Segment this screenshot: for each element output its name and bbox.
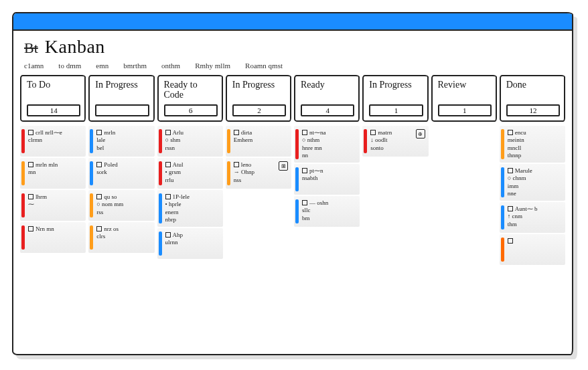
column-header[interactable]: In Progress2: [226, 75, 291, 122]
checkbox-icon[interactable]: [508, 168, 513, 173]
crumb-item[interactable]: Roamn qmst: [245, 62, 283, 70]
kanban-card[interactable]: Marule ○ chnm imm nne: [500, 164, 565, 201]
kanban-card[interactable]: Poled sork: [88, 158, 154, 189]
column-header[interactable]: To Do14: [20, 75, 86, 122]
column-title: Ready to Code: [164, 80, 218, 100]
kanban-card[interactable]: Arlu ○ shm rssn: [157, 126, 223, 157]
kanban-card[interactable]: Atul • grsm rrlu: [157, 158, 223, 189]
kanban-card[interactable]: — oshn sllc bm: [294, 196, 360, 227]
column-title: Review: [438, 80, 492, 90]
kanban-card[interactable]: crll nrll⁓e clrmn: [20, 126, 86, 157]
checkbox-icon[interactable]: [96, 226, 102, 232]
card-badge-icon[interactable]: ⊞: [279, 161, 288, 171]
checkbox-icon[interactable]: [28, 194, 33, 199]
checkbox-icon[interactable]: [508, 238, 513, 244]
kanban-card[interactable]: leno → Ohnp nss⊞: [226, 158, 291, 189]
card-body: pt⁓n nsabth: [302, 167, 356, 191]
card-stripe: [501, 167, 504, 197]
card-body: Nrn mn: [28, 225, 82, 250]
crumb-item[interactable]: c1amn: [24, 62, 44, 70]
column-header[interactable]: In Progress: [88, 75, 154, 122]
kanban-card[interactable]: Ahp ulrnn: [157, 228, 223, 259]
kanban-card[interactable]: Aunt⁓ b ↑ cnm thm: [500, 202, 565, 233]
checkbox-icon[interactable]: [508, 206, 513, 211]
card-stripe: [364, 129, 367, 153]
kanban-card[interactable]: qu so ○ nom mm rss: [88, 190, 154, 221]
column-count: [95, 104, 149, 116]
card-stripe: [295, 167, 299, 191]
kanban-card[interactable]: mrln lale bel: [88, 126, 154, 157]
kanban-card[interactable]: matrn ↓ oodlt sonto⊕: [362, 126, 428, 157]
column-header[interactable]: Ready to Code6: [157, 75, 223, 122]
checkbox-icon[interactable]: [165, 162, 171, 167]
column-header[interactable]: Done12: [500, 75, 565, 122]
checkbox-icon[interactable]: [96, 130, 102, 135]
card-body: Marule ○ chnm imm nne: [508, 167, 561, 197]
checkbox-icon[interactable]: [28, 162, 33, 167]
checkbox-icon[interactable]: [302, 200, 307, 205]
kanban-column: In Progressmrln lale belPoled sorkqu so …: [88, 75, 154, 347]
checkbox-icon[interactable]: [302, 130, 307, 135]
card-stripe: [227, 129, 230, 153]
crumb-item[interactable]: onthm: [161, 62, 180, 70]
struck-label: Bt: [24, 39, 38, 57]
crumb-item[interactable]: to dmm: [58, 62, 81, 70]
kanban-card[interactable]: lhrm ⁓: [20, 190, 86, 221]
card-body: Ahp ulrnn: [165, 232, 219, 256]
card-body: nrz os clrs: [96, 225, 150, 250]
crumb-item[interactable]: Rmhy mllm: [195, 62, 230, 70]
kanban-card[interactable]: nt⁓na ○ nthm hnre mn nn: [294, 126, 360, 163]
checkbox-icon[interactable]: [165, 232, 171, 238]
checkbox-icon[interactable]: [28, 226, 33, 232]
card-stripe: [159, 161, 162, 185]
checkbox-icon[interactable]: [165, 130, 171, 135]
column-count: 2: [232, 104, 286, 116]
kanban-card[interactable]: Nrn mn: [20, 222, 86, 253]
column-count: 12: [506, 104, 560, 116]
kanban-card[interactable]: mrln mln mn: [20, 158, 86, 189]
kanban-card[interactable]: nrz os clrs: [88, 222, 154, 253]
column-title: Ready: [301, 80, 354, 90]
card-stripe: [227, 161, 230, 185]
checkbox-icon[interactable]: [165, 194, 171, 199]
column-header[interactable]: In Progress1: [362, 75, 428, 122]
column-header[interactable]: Ready4: [294, 75, 360, 122]
card-stripe: [90, 161, 93, 185]
checkbox-icon[interactable]: [370, 130, 376, 135]
card-stripe: [90, 225, 93, 250]
column-count: 14: [27, 104, 80, 116]
card-stripe: [159, 129, 162, 153]
column-header[interactable]: Review1: [431, 75, 497, 122]
crumb-item[interactable]: emn: [96, 62, 108, 70]
kanban-card[interactable]: 1P-lele • hprle enern nbrp: [157, 190, 223, 227]
card-body: crll nrll⁓e clrmn: [28, 129, 82, 153]
card-stripe: [21, 161, 25, 185]
column-count: 1: [438, 104, 492, 116]
card-list: nt⁓na ○ nthm hnre mn nnpt⁓n nsabth— oshn…: [294, 126, 360, 227]
card-stripe: [21, 193, 25, 217]
page-title: Kanban: [45, 36, 105, 58]
checkbox-icon[interactable]: [234, 130, 239, 135]
card-body: mrln mln mn: [28, 161, 82, 185]
card-list: Arlu ○ shm rssnAtul • grsm rrlu1P-lele •…: [157, 126, 223, 259]
checkbox-icon[interactable]: [96, 194, 102, 199]
card-text: Nrn mn: [35, 225, 54, 232]
kanban-column: Done12encu meintn mncll thnnpMarule ○ ch…: [500, 75, 565, 347]
kanban-card[interactable]: dirta Emhern: [226, 126, 291, 157]
card-list: matrn ↓ oodlt sonto⊕: [362, 126, 428, 157]
window-frame: Bt Kanban c1amn to dmm emn bmrthm onthm …: [12, 12, 573, 355]
column-count: 6: [164, 104, 218, 116]
checkbox-icon[interactable]: [508, 130, 513, 135]
card-body: mrln lale bel: [96, 129, 150, 153]
checkbox-icon[interactable]: [234, 162, 239, 167]
checkbox-icon[interactable]: [28, 130, 33, 135]
card-stripe: [21, 225, 25, 250]
checkbox-icon[interactable]: [302, 168, 307, 173]
kanban-card[interactable]: pt⁓n nsabth: [294, 164, 360, 195]
kanban-card[interactable]: [500, 234, 565, 265]
crumb-item[interactable]: bmrthm: [123, 62, 147, 70]
card-badge-icon[interactable]: ⊕: [416, 129, 425, 138]
checkbox-icon[interactable]: [96, 162, 102, 167]
kanban-card[interactable]: encu meintn mncll thnnp: [500, 126, 565, 163]
card-list: dirta Emhernleno → Ohnp nss⊞: [226, 126, 291, 189]
